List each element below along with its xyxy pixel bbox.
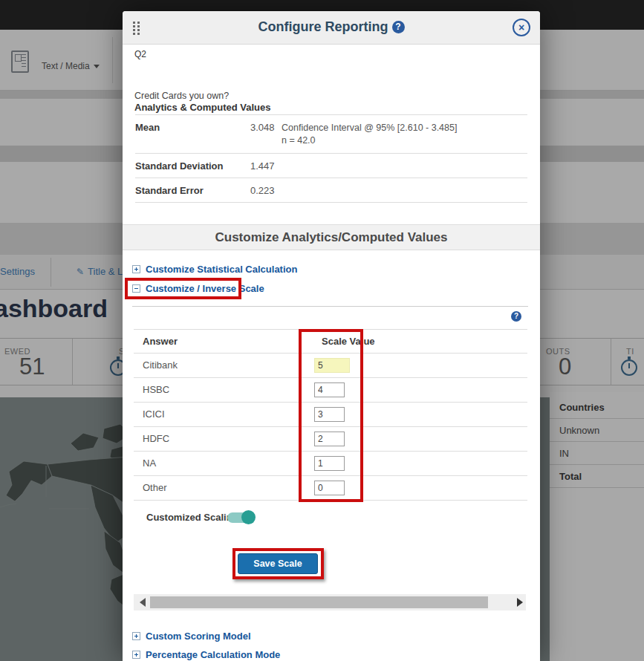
scale-value-input[interactable] bbox=[314, 432, 345, 446]
customize-band-header: Customize Analytics/Computed Values bbox=[123, 224, 540, 250]
scale-value-table: Answer Scale Value Citibank HSBC ICICI H… bbox=[134, 329, 527, 501]
stat-label: Standard Deviation bbox=[135, 160, 250, 172]
scale-value-header: Scale Value bbox=[322, 336, 375, 347]
stat-value: 1.447 bbox=[250, 160, 282, 172]
section-percentage-calculation-mode[interactable]: Percentage Calculation Mode bbox=[132, 649, 280, 660]
save-scale-values-button[interactable]: Save Scale Values bbox=[238, 553, 318, 574]
horizontal-scrollbar[interactable] bbox=[134, 594, 526, 610]
stat-label: Mean bbox=[135, 122, 250, 147]
answer-label: HSBC bbox=[143, 384, 169, 395]
scale-help-icon[interactable]: ? bbox=[511, 311, 521, 322]
table-row: HSBC bbox=[134, 378, 527, 403]
answer-label: ICICI bbox=[143, 408, 165, 420]
stat-extra: Confidence Interval @ 95% [2.610 - 3.485… bbox=[282, 122, 527, 147]
answer-label: HDFC bbox=[143, 433, 169, 444]
scrollbar-thumb[interactable] bbox=[150, 596, 488, 608]
toggle-knob[interactable] bbox=[241, 510, 256, 524]
table-row: Citibank bbox=[134, 354, 527, 378]
customized-scaling-label: Customized Scaling bbox=[146, 512, 238, 523]
scale-value-input[interactable] bbox=[314, 407, 345, 422]
expand-icon[interactable] bbox=[132, 632, 140, 640]
expand-icon[interactable] bbox=[132, 265, 140, 273]
analytics-header: Analytics & Computed Values bbox=[134, 102, 271, 113]
modal-header[interactable]: Configure Reporting ? × bbox=[123, 11, 540, 45]
expand-icon[interactable] bbox=[132, 651, 140, 659]
stat-value: 3.048 bbox=[250, 122, 282, 147]
scale-value-input[interactable] bbox=[314, 481, 345, 495]
close-icon[interactable]: × bbox=[513, 19, 530, 36]
scroll-left-icon[interactable] bbox=[140, 598, 146, 607]
table-row: ICICI bbox=[134, 403, 527, 427]
analytics-table: Mean 3.048 Confidence Interval @ 95% [2.… bbox=[135, 114, 527, 203]
table-row: Mean 3.048 Confidence Interval @ 95% [2.… bbox=[135, 115, 527, 154]
question-code: Q2 bbox=[134, 49, 146, 59]
scale-value-input[interactable] bbox=[314, 382, 345, 397]
table-row: HDFC bbox=[134, 427, 527, 452]
scale-value-input[interactable] bbox=[314, 456, 345, 471]
customized-scaling-toggle[interactable] bbox=[227, 512, 254, 523]
table-row: NA bbox=[134, 452, 527, 476]
table-row: Standard Error 0.223 bbox=[135, 178, 527, 203]
section-customize-inverse-scale[interactable]: Customize / Inverse Scale bbox=[132, 283, 264, 294]
screen: Text / Media nk ↓Download Data Data ? ✎S… bbox=[0, 0, 644, 661]
configure-reporting-modal: Configure Reporting ? × Q2 Credit Cards … bbox=[123, 11, 540, 661]
stat-extra bbox=[282, 160, 527, 172]
scale-value-input[interactable] bbox=[314, 358, 350, 373]
question-text: Credit Cards you own? bbox=[134, 91, 229, 101]
table-header-row: Answer Scale Value bbox=[134, 330, 527, 354]
answer-label: Other bbox=[143, 482, 167, 493]
modal-title: Configure Reporting ? bbox=[123, 19, 540, 35]
table-row: Other bbox=[134, 476, 527, 501]
answer-label: NA bbox=[143, 458, 156, 469]
section-custom-scoring-model[interactable]: Custom Scoring Model bbox=[132, 631, 251, 642]
scroll-right-icon[interactable] bbox=[517, 598, 523, 607]
stat-label: Standard Error bbox=[135, 185, 250, 196]
answer-label: Citibank bbox=[143, 359, 178, 371]
section-customize-statistical[interactable]: Customize Statistical Calculation bbox=[132, 264, 297, 275]
stat-extra bbox=[282, 185, 527, 196]
help-icon[interactable]: ? bbox=[392, 21, 405, 33]
table-row: Standard Deviation 1.447 bbox=[135, 154, 527, 178]
divider bbox=[132, 306, 528, 307]
answer-header: Answer bbox=[143, 336, 178, 347]
stat-value: 0.223 bbox=[250, 185, 282, 196]
collapse-icon[interactable] bbox=[132, 284, 140, 293]
